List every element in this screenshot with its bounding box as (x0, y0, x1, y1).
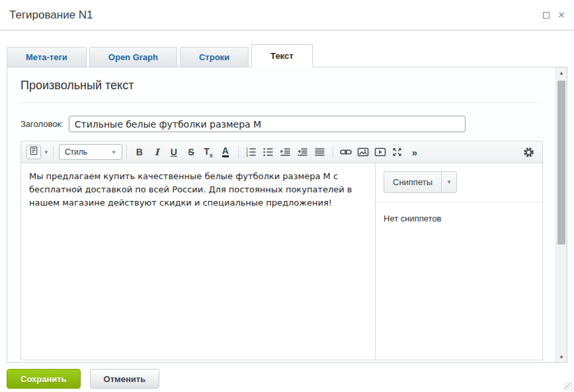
cancel-button[interactable]: Отменить (90, 369, 160, 389)
tab-bar: Мета-теги Open Graph Строки Текст (0, 44, 574, 67)
indent-icon (280, 147, 291, 157)
tab-content-panel: Произвольный текст Заголовок: ▼ Стиль ▼ (7, 67, 567, 363)
title-field-label: Заголовок: (20, 119, 63, 129)
toolbar-separator (238, 145, 239, 159)
scroll-down-icon[interactable]: ▼ (556, 352, 567, 362)
outdent-button[interactable] (294, 143, 311, 161)
toolbar-separator (333, 145, 333, 159)
fullscreen-icon (391, 147, 403, 157)
vertical-scrollbar[interactable]: ▲ ▼ (555, 67, 567, 362)
snippets-empty-text: Нет сниппетов (384, 214, 534, 223)
editor-paragraph: Мы предлагаем купить качественные белые … (29, 170, 367, 210)
settings-button[interactable] (520, 143, 537, 161)
snippets-split-button[interactable]: Сниппеты ▼ (384, 171, 457, 193)
page-title: Произвольный текст (20, 79, 554, 93)
bullet-list-button[interactable] (260, 143, 277, 161)
double-chevron-icon: » (412, 147, 417, 158)
document-icon (29, 146, 38, 158)
title-input[interactable] (69, 116, 466, 132)
image-button[interactable] (354, 143, 372, 161)
scrollbar-thumb[interactable] (557, 81, 565, 245)
remove-format-button[interactable]: Tx (200, 143, 217, 161)
divider (20, 102, 542, 103)
more-tools-button[interactable]: » (406, 143, 423, 161)
image-icon (357, 147, 369, 157)
dialog-titlebar: Тегирование N1 × (0, 0, 574, 30)
bold-button[interactable]: B (131, 143, 148, 161)
chevron-down-icon: ▼ (111, 149, 116, 155)
strikethrough-icon: S (188, 147, 194, 157)
gear-icon (523, 147, 534, 158)
fullscreen-button[interactable] (389, 143, 406, 161)
toolbar-separator (126, 145, 127, 159)
editor-body: Мы предлагаем купить качественные белые … (21, 163, 542, 360)
insert-snippet-button[interactable] (26, 145, 41, 159)
text-color-icon: A (222, 147, 229, 157)
tab-strings[interactable]: Строки (180, 47, 249, 67)
editor-toolbar: ▼ Стиль ▼ B I U S Tx A 123 (21, 141, 542, 163)
editor-text-area[interactable]: Мы предлагаем купить качественные белые … (21, 163, 375, 360)
maximize-icon[interactable] (543, 12, 550, 19)
text-color-button[interactable]: A (217, 143, 234, 161)
toolbar-separator (53, 145, 54, 159)
outdent-icon (297, 147, 308, 157)
underline-button[interactable]: U (165, 143, 183, 161)
html-editor: ▼ Стиль ▼ B I U S Tx A 123 (20, 141, 543, 360)
indent-button[interactable] (277, 143, 294, 161)
scroll-up-icon[interactable]: ▲ (556, 67, 567, 78)
bold-icon: B (136, 147, 143, 157)
tab-open-graph[interactable]: Open Graph (89, 47, 177, 67)
tab-text[interactable]: Текст (251, 44, 312, 67)
strikethrough-button[interactable]: S (183, 143, 200, 161)
link-icon (340, 147, 352, 157)
italic-icon: I (155, 147, 159, 157)
link-button[interactable] (337, 143, 354, 161)
snippets-button-label[interactable]: Сниппеты (384, 172, 441, 192)
style-dropdown[interactable]: Стиль ▼ (59, 144, 122, 160)
justify-icon (314, 147, 325, 157)
tab-meta-tags[interactable]: Мета-теги (7, 47, 87, 67)
divider (376, 202, 542, 202)
video-icon (374, 147, 386, 157)
snippets-panel: Сниппеты ▼ Нет сниппетов (375, 163, 542, 360)
chevron-down-icon[interactable]: ▼ (44, 149, 49, 155)
video-button[interactable] (372, 143, 389, 161)
dialog-title: Тегирование N1 (9, 9, 93, 22)
justify-button[interactable] (311, 143, 329, 161)
resize-handle[interactable] (564, 382, 573, 391)
save-button[interactable]: Сохранить (7, 369, 81, 389)
italic-button[interactable]: I (148, 143, 165, 161)
dialog-footer: Сохранить Отменить (7, 369, 574, 389)
bullet-list-icon (263, 147, 274, 157)
window-buttons: × (543, 12, 565, 19)
underline-icon: U (171, 147, 177, 157)
title-form-row: Заголовок: (20, 116, 567, 132)
style-dropdown-value: Стиль (65, 147, 87, 157)
ordered-list-button[interactable]: 123 (243, 143, 260, 161)
svg-text:3: 3 (246, 153, 248, 157)
close-icon[interactable]: × (558, 12, 565, 19)
ordered-list-icon: 123 (245, 147, 257, 157)
chevron-down-icon[interactable]: ▼ (441, 172, 456, 192)
remove-format-icon: Tx (204, 146, 213, 159)
